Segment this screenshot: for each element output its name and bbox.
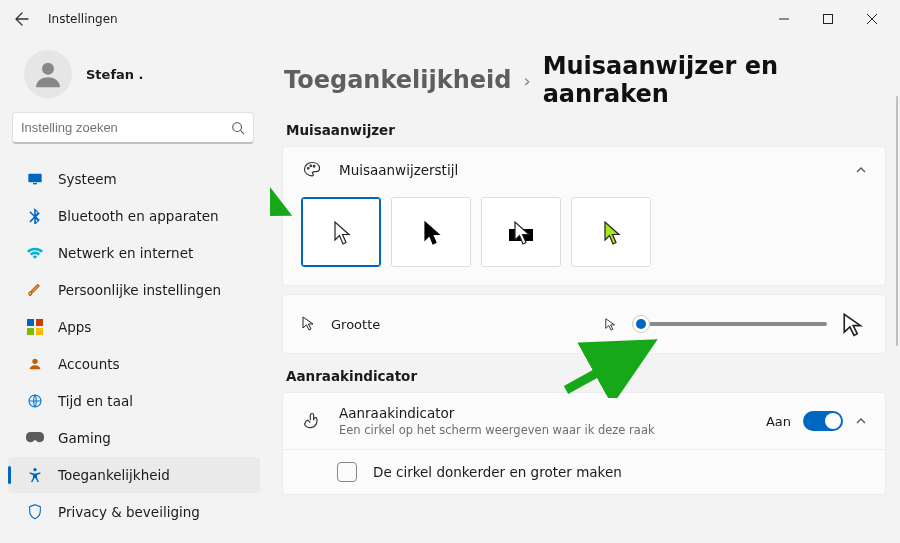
section-heading-pointer: Muisaanwijzer xyxy=(286,122,886,138)
content-area: Toegankelijkheid › Muisaanwijzer en aanr… xyxy=(270,38,900,543)
back-button[interactable] xyxy=(10,7,34,31)
touch-indicator-row[interactable]: Aanraakindicator Een cirkel op het scher… xyxy=(283,393,885,449)
profile-block[interactable]: Stefan . xyxy=(0,44,270,112)
minimize-button[interactable] xyxy=(762,3,806,35)
touch-darker-larger-checkbox[interactable] xyxy=(337,462,357,482)
pointer-style-option-black[interactable] xyxy=(391,197,471,267)
svg-point-1 xyxy=(42,63,54,75)
breadcrumb: Toegankelijkheid › Muisaanwijzer en aanr… xyxy=(284,52,886,108)
brush-icon xyxy=(26,281,44,299)
wifi-icon xyxy=(26,244,44,262)
nav-item-bluetooth[interactable]: Bluetooth en apparaten xyxy=(8,198,260,234)
pointer-style-option-inverted[interactable] xyxy=(481,197,561,267)
close-button[interactable] xyxy=(850,3,894,35)
titlebar: Instellingen xyxy=(0,0,900,38)
pointer-style-card: Muisaanwijzerstijl xyxy=(282,146,886,286)
nav-label: Bluetooth en apparaten xyxy=(58,208,219,224)
nav-item-apps[interactable]: Apps xyxy=(8,309,260,345)
touch-darker-larger-label: De cirkel donkerder en groter maken xyxy=(373,464,622,480)
globe-icon xyxy=(26,392,44,410)
palette-icon xyxy=(302,160,322,180)
svg-rect-8 xyxy=(36,328,43,335)
touch-icon xyxy=(302,411,322,431)
bluetooth-icon xyxy=(26,207,44,225)
person-icon xyxy=(26,355,44,373)
pointer-style-title: Muisaanwijzerstijl xyxy=(339,162,839,178)
game-icon xyxy=(26,429,44,447)
nav-list: SysteemBluetooth en apparatenNetwerk en … xyxy=(0,160,270,543)
pointer-style-options xyxy=(283,193,885,285)
section-heading-touch: Aanraakindicator xyxy=(286,368,886,384)
nav-item-brush[interactable]: Persoonlijke instellingen xyxy=(8,272,260,308)
chevron-up-icon xyxy=(855,415,867,427)
window-title: Instellingen xyxy=(48,12,118,26)
svg-rect-3 xyxy=(28,174,41,183)
svg-point-2 xyxy=(233,122,242,131)
cursor-large-end-icon xyxy=(841,311,867,337)
pointer-style-header[interactable]: Muisaanwijzerstijl xyxy=(283,147,885,193)
pointer-style-option-custom-color[interactable] xyxy=(571,197,651,267)
touch-indicator-title: Aanraakindicator xyxy=(339,405,750,421)
avatar xyxy=(24,50,72,98)
nav-item-monitor[interactable]: Systeem xyxy=(8,161,260,197)
svg-rect-7 xyxy=(27,328,34,335)
nav-item-game[interactable]: Gaming xyxy=(8,420,260,456)
chevron-right-icon: › xyxy=(523,70,530,91)
cursor-small-icon xyxy=(301,315,317,331)
nav-item-accessibility[interactable]: Toegankelijkheid xyxy=(8,457,260,493)
svg-point-9 xyxy=(32,359,37,364)
monitor-icon xyxy=(26,170,44,188)
slider-thumb[interactable] xyxy=(632,315,650,333)
nav-label: Gaming xyxy=(58,430,111,446)
breadcrumb-parent[interactable]: Toegankelijkheid xyxy=(284,66,511,94)
chevron-up-icon xyxy=(855,164,867,176)
sidebar: Stefan . SysteemBluetooth en apparatenNe… xyxy=(0,38,270,543)
touch-indicator-card: Aanraakindicator Een cirkel op het scher… xyxy=(282,392,886,495)
pointer-size-title: Grootte xyxy=(331,317,380,332)
svg-rect-4 xyxy=(33,183,37,184)
pointer-style-option-white[interactable] xyxy=(301,197,381,267)
nav-label: Netwerk en internet xyxy=(58,245,193,261)
svg-rect-5 xyxy=(27,319,34,326)
cursor-small-end-icon xyxy=(604,317,618,331)
nav-label: Privacy & beveiliging xyxy=(58,504,200,520)
svg-point-11 xyxy=(33,468,36,471)
toggle-state-label: Aan xyxy=(766,414,791,429)
accessibility-icon xyxy=(26,466,44,484)
svg-rect-6 xyxy=(36,319,43,326)
svg-point-14 xyxy=(313,165,315,167)
search-input[interactable] xyxy=(21,120,231,135)
close-icon xyxy=(867,14,877,24)
nav-label: Persoonlijke instellingen xyxy=(58,282,221,298)
maximize-button[interactable] xyxy=(806,3,850,35)
pointer-size-slider[interactable] xyxy=(632,322,827,326)
touch-darker-larger-row[interactable]: De cirkel donkerder en groter maken xyxy=(283,449,885,494)
nav-label: Apps xyxy=(58,319,91,335)
profile-name: Stefan . xyxy=(86,67,144,82)
arrow-left-icon xyxy=(14,11,30,27)
minimize-icon xyxy=(779,14,789,24)
svg-point-12 xyxy=(307,168,309,170)
touch-indicator-subtitle: Een cirkel op het scherm weergeven waar … xyxy=(339,423,750,437)
nav-item-globe[interactable]: Tijd en taal xyxy=(8,383,260,419)
search-icon xyxy=(231,121,245,135)
svg-rect-0 xyxy=(824,15,833,24)
nav-item-shield[interactable]: Privacy & beveiliging xyxy=(8,494,260,530)
svg-point-13 xyxy=(310,165,312,167)
apps-icon xyxy=(26,318,44,336)
page-title: Muisaanwijzer en aanraken xyxy=(543,52,886,108)
touch-indicator-toggle[interactable] xyxy=(803,411,843,431)
nav-item-update[interactable]: Windows Update xyxy=(8,531,260,543)
nav-item-person[interactable]: Accounts xyxy=(8,346,260,382)
nav-label: Systeem xyxy=(58,171,117,187)
nav-label: Accounts xyxy=(58,356,120,372)
nav-item-wifi[interactable]: Netwerk en internet xyxy=(8,235,260,271)
maximize-icon xyxy=(823,14,833,24)
search-box[interactable] xyxy=(12,112,254,144)
shield-icon xyxy=(26,503,44,521)
person-icon xyxy=(32,58,64,90)
nav-label: Tijd en taal xyxy=(58,393,133,409)
scrollbar[interactable] xyxy=(896,96,898,346)
settings-window: Instellingen Stefan . xyxy=(0,0,900,543)
pointer-size-card: Grootte xyxy=(282,294,886,354)
